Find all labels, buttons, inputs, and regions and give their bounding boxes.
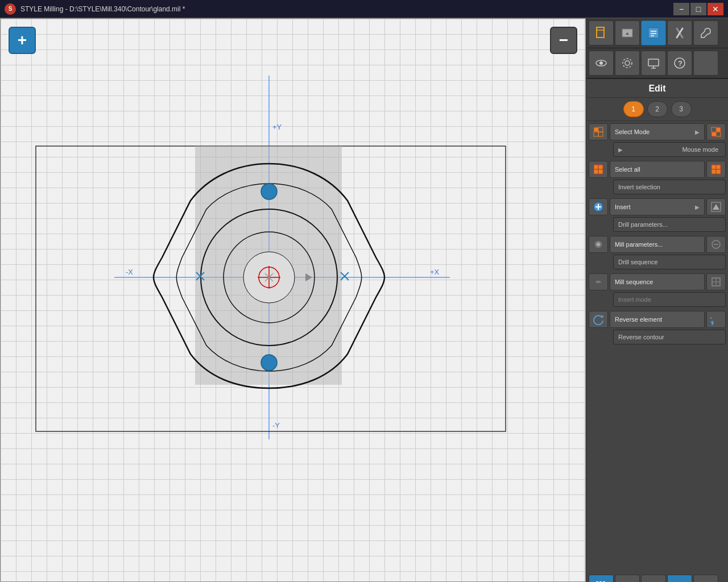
br-cancel-button[interactable] [693,575,718,582]
svg-point-14 [261,184,277,199]
insert-arrow: ▶ [695,204,700,210]
app-logo: S [5,3,16,15]
tools-button[interactable] [667,20,692,45]
step-buttons: 1 2 3 [586,98,728,121]
canvas-area[interactable]: + − +Y -Y +X -X [0,18,586,582]
mill-sequence-section: Mill sequence Insert mode [589,273,726,307]
mill-sequence-icon2-button[interactable] [706,273,726,290]
display-button[interactable] [641,51,666,76]
mill-params-icon-button[interactable] [589,236,608,253]
svg-rect-49 [712,132,716,136]
svg-rect-44 [598,127,603,132]
new-file-button[interactable] [589,20,614,45]
svg-rect-46 [598,132,603,136]
panel-title: Edit [586,79,728,98]
wrench-button[interactable] [693,20,718,45]
br-select-rect-button[interactable] [589,575,614,582]
insert-icon2-button[interactable] [706,198,726,215]
reverse-section: Reverse element Reverse contour [589,311,726,344]
cad-drawing: +Y -Y +X -X [1,19,585,581]
br-resize-button[interactable] [641,575,666,582]
svg-point-36 [623,59,632,68]
titlebar: S STYLE Milling - D:\STYLE\Mill.340\Cont… [0,0,728,18]
close-button[interactable]: ✕ [708,3,723,15]
right-panel: ? Edit 1 2 3 Select Mo [586,18,728,582]
select-mode-arrow: ▶ [695,129,700,135]
svg-text:+X: +X [430,268,440,276]
svg-text:+Y: +Y [272,123,282,131]
select-mode-button[interactable]: Select Mode ▶ [610,123,705,140]
mill-params-icon2-button[interactable] [706,236,726,253]
insert-mode-button[interactable]: Insert mode [613,292,726,307]
minimize-button[interactable]: − [673,3,689,15]
reverse-element-button[interactable]: Reverse element [610,311,705,328]
svg-rect-50 [716,132,721,136]
svg-point-34 [599,61,603,65]
extra-button[interactable] [693,51,718,76]
br-layers-button[interactable] [615,575,640,582]
drill-parameters-button[interactable]: Drill parameters... [613,217,726,232]
maximize-button[interactable]: □ [690,3,706,15]
select-all-section: Select all Invert selection [589,161,726,194]
reverse-icon2-button[interactable] [706,311,726,328]
svg-marker-72 [710,321,713,324]
svg-text:-Y: -Y [272,421,280,430]
svg-rect-53 [594,169,598,174]
svg-rect-52 [598,165,603,169]
select-mode-icon-button[interactable] [589,123,608,140]
svg-rect-23 [597,27,604,38]
svg-rect-58 [716,169,721,174]
svg-rect-48 [716,127,721,132]
svg-rect-27 [648,28,659,38]
edit-button[interactable] [641,20,666,45]
insert-button[interactable]: Insert ▶ [610,198,705,215]
select-mode-icon2-button[interactable] [706,123,726,140]
drill-sequence-button[interactable]: Drill sequence [613,255,726,269]
drawing-container: +Y -Y +X -X [1,19,585,581]
toolbar-top [586,18,728,48]
main-layout: + − +Y -Y +X -X [0,18,728,582]
step-1-button[interactable]: 1 [623,101,644,117]
help-button[interactable]: ? [667,51,692,76]
view-button[interactable] [589,51,614,76]
invert-selection-button[interactable]: Invert selection [613,180,726,194]
svg-rect-57 [712,169,716,174]
reverse-icon-button[interactable] [589,311,608,328]
svg-marker-71 [601,315,604,318]
svg-rect-42 [701,59,710,68]
svg-rect-37 [648,59,659,66]
mill-sequence-button[interactable]: Mill sequence [610,273,705,290]
select-all-icon-button[interactable] [589,161,608,178]
insert-icon-button[interactable] [589,198,608,215]
mill-parameters-button[interactable]: Mill parameters... [610,236,705,253]
step-2-button[interactable]: 2 [647,101,668,117]
svg-rect-43 [594,127,598,132]
svg-marker-63 [713,204,719,210]
mill-params-section: Mill parameters... Drill sequence [589,236,726,269]
svg-point-65 [597,243,600,246]
svg-rect-47 [712,127,716,132]
panel-content: Select Mode ▶ ▶ Mouse mode [586,121,728,582]
insert-section: Insert ▶ Drill parameters... [589,198,726,232]
reverse-contour-button[interactable]: Reverse contour [613,330,726,344]
toolbar-row2: ? [586,48,728,79]
svg-rect-56 [716,165,721,169]
svg-point-35 [625,61,630,65]
step-3-button[interactable]: 3 [671,101,692,117]
mouse-mode-button[interactable]: ▶ Mouse mode [613,142,726,157]
br-confirm-button[interactable] [667,575,692,582]
mill-sequence-icon-button[interactable] [589,273,608,290]
svg-text:-X: -X [126,268,133,276]
svg-text:?: ? [678,59,682,68]
svg-rect-45 [594,132,598,136]
select-mode-section: Select Mode ▶ ▶ Mouse mode [589,123,726,157]
svg-point-15 [261,355,277,371]
settings-button[interactable] [615,51,640,76]
select-all-button[interactable]: Select all [610,161,705,178]
svg-rect-55 [712,165,716,169]
import-button[interactable] [615,20,640,45]
svg-rect-51 [594,165,598,169]
window-title: STYLE Milling - D:\STYLE\Mill.340\Contou… [20,5,185,13]
svg-rect-54 [598,169,603,174]
select-all-icon2-button[interactable] [706,161,726,178]
